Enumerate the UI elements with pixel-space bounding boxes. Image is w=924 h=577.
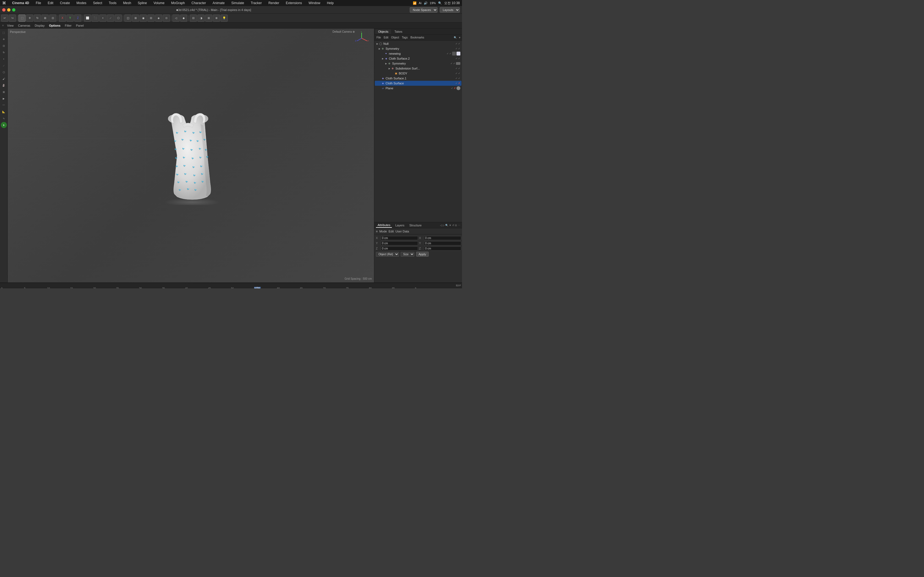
obj-tb-tags[interactable]: Bookmarks [409,36,425,39]
poly-mode-button[interactable]: ⬡ [115,15,122,22]
app-name-menu[interactable]: Cinema 4D [10,1,31,5]
axis-y-button[interactable]: Y [66,15,74,22]
menu-render[interactable]: Render [267,1,281,5]
menu-mesh[interactable]: Mesh [121,1,133,5]
viewport-solo[interactable]: ◫ [124,15,131,22]
size-dropdown[interactable]: Size [401,252,414,256]
lt-scale[interactable]: ⊡ [1,43,7,49]
viewport[interactable]: 🐦🐦🐦🐦 🐦🐦🐦🐦🐦 🐦🐦🐦🐦🐦 🐦🐦🐦🐦🐦 🐦🐦🐦🐦 🐦🐦🐦🐦 🐦🐦🐦🐦 [8,29,374,282]
menu-tracker[interactable]: Tracker [249,1,263,5]
view-menu-options[interactable]: Options [47,23,63,28]
layouts-select[interactable]: Layouts [440,7,460,13]
constraint-btn[interactable]: ⊟ [190,15,197,22]
view-4[interactable]: ⊞ [132,15,139,22]
attr-edit-label[interactable]: Edit [389,230,394,233]
grid-btn[interactable]: ⊞ [205,15,212,22]
lt-hair[interactable]: 〰 [1,102,7,108]
view-menu-panel[interactable]: Panel [74,23,86,28]
attr-x-input[interactable] [381,236,418,240]
menu-edit[interactable]: Edit [46,1,55,5]
apple-logo[interactable]: ⌘ [2,1,6,5]
render-to-pic[interactable]: ⊙ [163,15,170,22]
move-tool-button[interactable]: ✛ [26,15,33,22]
menu-simulate[interactable]: Simulate [229,1,246,5]
obj-tb-edit[interactable]: Edit [383,36,389,39]
lt-paint[interactable]: 🖌 [1,76,7,82]
view-menu-cameras[interactable]: Cameras [16,23,33,28]
menu-spline[interactable]: Spline [136,1,149,5]
node-spaces-select[interactable]: Node Spaces [410,7,438,13]
tree-symmetry-1[interactable]: ▶ ⊕ Symmetry ✓ ✓ [375,46,462,51]
view-menu-filter[interactable]: Filter [63,23,74,28]
redo-button[interactable]: ↪ [9,15,16,22]
maximize-button[interactable] [12,8,15,11]
search-icon[interactable]: 🔍 [438,2,442,5]
obj-tb-object[interactable]: Tags [401,36,409,39]
menu-volume[interactable]: Volume [152,1,166,5]
attr-x2-input[interactable] [424,236,461,240]
attr-mode-label[interactable]: Mode [379,230,387,233]
lt-3d[interactable]: ⊞ [1,89,7,95]
obj-tb-bookmarks[interactable] [426,37,428,38]
edit-mode-button[interactable]: ⬛ [92,15,99,22]
lt-rotate[interactable]: ↻ [1,50,7,55]
menu-character[interactable]: Character [190,1,208,5]
render-rgn[interactable]: ⊟ [147,15,155,22]
lt-poly[interactable]: ⬡ [1,69,7,75]
tree-body[interactable]: ▣ BODY ✓ ✓ [375,71,462,76]
minimize-button[interactable] [7,8,10,11]
lt-anim[interactable]: ▶ [1,96,7,102]
tab-takes[interactable]: Takes [392,29,405,34]
tree-cloth-surface[interactable]: ◈ Cloth Surface ✓ ✗ [375,81,462,86]
sym-btn[interactable]: ⊕ [213,15,220,22]
attr-y2-input[interactable] [424,241,461,245]
tab-objects[interactable]: Objects [375,29,391,34]
axis-x-button[interactable]: X [59,15,66,22]
tree-newwing[interactable]: ✦ newwing ✓ ✓ [375,51,462,56]
lt-move[interactable]: ✛ [1,36,7,42]
transform-tool-button[interactable]: ⊡ [49,15,57,22]
select-tool-button[interactable]: ⬚ [18,15,26,22]
lt-edge[interactable]: ⟋ [1,63,7,69]
menu-window[interactable]: Window [307,1,322,5]
menu-create[interactable]: Create [58,1,71,5]
tab-structure[interactable]: Structure [408,223,423,227]
menu-help[interactable]: Help [325,1,336,5]
dynamics-btn[interactable]: ◑ [197,15,205,22]
menu-modes[interactable]: Modes [75,1,88,5]
close-button[interactable] [2,8,5,11]
tree-cloth-surface-1[interactable]: ◈ Cloth Surface.1 ✓ ✓ [375,76,462,81]
menu-tools[interactable]: Tools [107,1,118,5]
lt-measure[interactable]: 📐 [1,109,7,115]
undo-button[interactable]: ↩ [1,15,8,22]
snap-on-btn[interactable]: ◆ [180,15,187,22]
lt-pts[interactable]: • [1,56,7,62]
tab-attributes[interactable]: Attributes [376,223,392,228]
edge-mode-button[interactable]: ⟋ [107,15,114,22]
attr-z2-input[interactable] [424,247,461,251]
view-menu-view[interactable]: View [5,23,16,28]
tree-plane[interactable]: ▱ Plane ✓ ✗ [375,86,462,91]
attr-userdata-label[interactable]: User Data [396,230,409,233]
menu-mograph[interactable]: MoGraph [170,1,186,5]
tree-null[interactable]: ▶ ◯ Null ✓ ✓ [375,41,462,46]
apply-button[interactable]: Apply [416,252,429,256]
lt-sculpt[interactable]: 🗿 [1,82,7,89]
tree-symmetry-2[interactable]: ▶ ⊕ Symmetry ✓ ✓ [375,61,462,66]
point-mode-button[interactable]: • [99,15,107,22]
tab-layers[interactable]: Layers [394,223,406,227]
lt-select[interactable]: ⬚ [1,30,7,36]
menu-file[interactable]: File [34,1,43,5]
object-mode-button[interactable]: ⬜ [84,15,91,22]
tree-cloth-surface-2[interactable]: ▶ ◈ Cloth Surface.2 ✓ ✓ [375,56,462,61]
lt-s-icon[interactable]: $ [1,122,7,128]
view-opt[interactable]: ◉ [140,15,147,22]
axis-z-button[interactable]: Z [74,15,81,22]
snap-off-btn[interactable]: ◁ [173,15,179,22]
render-btn[interactable]: ◈ [155,15,162,22]
rotate-tool-button[interactable]: ↻ [34,15,41,22]
attr-y-input[interactable] [381,241,418,245]
light-btn[interactable]: 💡 [221,15,228,22]
view-menu-display[interactable]: Display [32,23,47,28]
obj-rel-dropdown[interactable]: Object (Rel) [376,252,399,256]
